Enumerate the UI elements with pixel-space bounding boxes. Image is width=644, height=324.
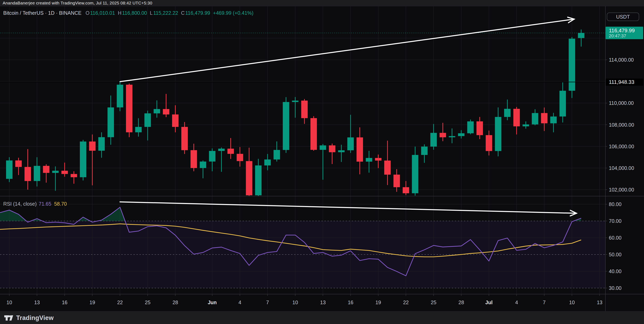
symbol-title[interactable]: Bitcoin / TetherUS · 1D · BINANCE bbox=[3, 10, 82, 16]
rsi-band bbox=[0, 221, 606, 288]
horizontal-line-price-value: 111,948.33 bbox=[609, 79, 634, 85]
price-trendline[interactable] bbox=[120, 17, 574, 82]
rsi-axis-label: 40.00 bbox=[609, 269, 622, 274]
price-axis-label: 106,000.00 bbox=[609, 144, 634, 149]
rsi-trendline[interactable] bbox=[120, 202, 577, 216]
horizontal-line-price-badge: 111,948.33 bbox=[606, 79, 643, 86]
time-axis-label: 10 bbox=[569, 300, 575, 305]
rsi-axis-label: 50.00 bbox=[609, 252, 622, 257]
chart-canvas[interactable]: 114,000.00110,000.00108,000.00106,000.00… bbox=[0, 0, 644, 324]
time-axis-label: 13 bbox=[34, 300, 40, 305]
time-axis-label: 4 bbox=[515, 300, 518, 305]
ohlc-item: H116,800.00 bbox=[118, 10, 147, 16]
symbol-header: Bitcoin / TetherUS · 1D · BINANCE O116,0… bbox=[3, 9, 254, 17]
time-axis-label: 28 bbox=[172, 300, 178, 305]
time-axis[interactable]: 10131619222528Jun4710131619222528Jul4710… bbox=[6, 294, 602, 305]
ohlc-item: C116,479.99 bbox=[181, 10, 210, 16]
rsi-indicator-title: RSI (14, close) bbox=[3, 201, 36, 207]
time-axis-label: 13 bbox=[597, 300, 602, 305]
rsi-axis-label: 80.00 bbox=[609, 201, 622, 207]
price-axis-label: 104,000.00 bbox=[609, 165, 634, 171]
time-axis-label: 16 bbox=[348, 300, 353, 305]
branding-bar: TradingView bbox=[0, 311, 644, 324]
time-axis-label: 19 bbox=[90, 300, 95, 305]
rsi-indicator-legend[interactable]: RSI (14, close) 71.65 58.70 bbox=[3, 201, 67, 207]
time-axis-label: 22 bbox=[117, 300, 123, 305]
change-value: +469.99 (+0.41%) bbox=[213, 10, 254, 16]
time-axis-label: Jul bbox=[485, 300, 492, 305]
time-axis-label: 25 bbox=[431, 300, 436, 305]
rsi-overbought-fill bbox=[0, 207, 581, 221]
ohlc-item: O116,010.01 bbox=[86, 10, 115, 16]
time-axis-label: 16 bbox=[62, 300, 68, 305]
rsi-axis-label: 30.00 bbox=[609, 285, 622, 291]
rsi-ma-value: 58.70 bbox=[54, 201, 67, 207]
attribution-text: AnandaBanerjee created with TradingView.… bbox=[3, 0, 152, 5]
price-axis-label: 102,000.00 bbox=[609, 187, 634, 193]
rsi-axis-label: 70.00 bbox=[609, 218, 622, 224]
rsi-axis-label: 60.00 bbox=[609, 235, 622, 241]
time-axis-label: 13 bbox=[320, 300, 326, 305]
last-price-badge: 116,479.99 20:47:37 bbox=[606, 27, 643, 39]
ohlc-values: O116,010.01H116,800.00L115,222.22C116,47… bbox=[86, 10, 213, 16]
time-axis-label: 22 bbox=[403, 300, 409, 305]
currency-toggle-button[interactable]: USDT bbox=[607, 12, 639, 21]
price-axis-label: 114,000.00 bbox=[609, 57, 634, 63]
ohlc-item: L115,222.22 bbox=[150, 10, 178, 16]
chart-window: AnandaBanerjee created with TradingView.… bbox=[0, 0, 644, 324]
time-axis-label: 10 bbox=[292, 300, 298, 305]
last-price-value: 116,479.99 bbox=[609, 27, 643, 33]
time-axis-label: 10 bbox=[6, 300, 12, 305]
tradingview-brand-text[interactable]: TradingView bbox=[16, 314, 54, 322]
currency-toggle-label: USDT bbox=[616, 14, 630, 20]
time-axis-label: 7 bbox=[543, 300, 546, 305]
price-axis-label: 110,000.00 bbox=[609, 100, 634, 106]
rsi-value: 71.65 bbox=[38, 201, 51, 207]
attribution-bar: AnandaBanerjee created with TradingView.… bbox=[0, 0, 644, 6]
time-axis-label: 25 bbox=[145, 300, 150, 305]
price-axis[interactable]: 114,000.00110,000.00108,000.00106,000.00… bbox=[606, 57, 634, 193]
time-axis-label: 19 bbox=[375, 300, 381, 305]
bar-countdown: 20:47:37 bbox=[609, 33, 643, 38]
price-axis-label: 108,000.00 bbox=[609, 122, 634, 128]
time-axis-label: 7 bbox=[266, 300, 269, 305]
time-axis-label: 4 bbox=[238, 300, 241, 305]
tradingview-logo-icon[interactable] bbox=[4, 315, 13, 321]
time-axis-label: Jun bbox=[208, 300, 217, 305]
rsi-axis[interactable]: 80.0070.0060.0050.0040.0030.00 bbox=[606, 201, 622, 291]
time-axis-label: 28 bbox=[458, 300, 464, 305]
